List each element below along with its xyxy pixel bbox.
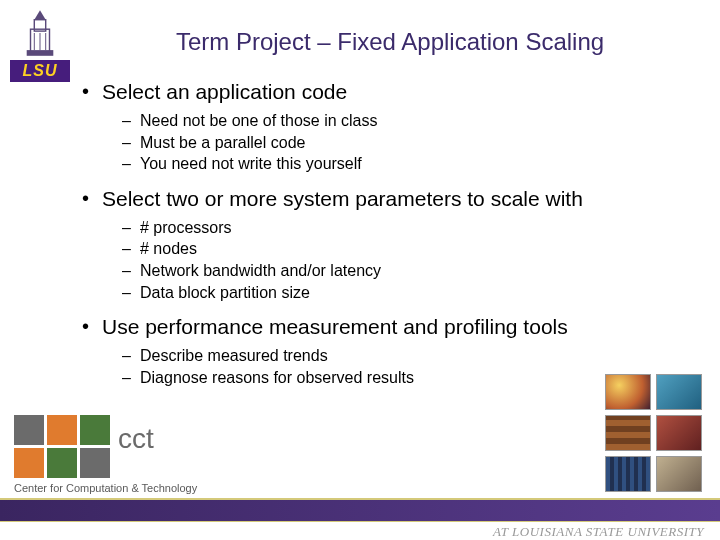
- thumbnail: [656, 456, 702, 492]
- thumbnail: [605, 456, 651, 492]
- bullet-1: Select an application code: [80, 80, 690, 104]
- cct-squares-icon: [14, 415, 110, 478]
- content-area: Select an application code Need not be o…: [80, 80, 690, 400]
- bullet-3: Use performance measurement and profilin…: [80, 315, 690, 339]
- thumbnail: [605, 415, 651, 451]
- bullet-2: Select two or more system parameters to …: [80, 187, 690, 211]
- bullet-1-sub: Need not be one of those in class Must b…: [122, 110, 690, 175]
- bullet-2-sub: # processors # nodes Network bandwidth a…: [122, 217, 690, 303]
- lsu-logo: LSU: [10, 8, 70, 82]
- cct-abbr: cct: [118, 415, 154, 455]
- svg-marker-3: [34, 10, 45, 20]
- sub-item: Data block partition size: [122, 282, 690, 304]
- cct-logo: cct Center for Computation & Technology: [14, 415, 234, 494]
- thumbnail: [656, 415, 702, 451]
- slide-title: Term Project – Fixed Application Scaling: [80, 28, 700, 56]
- thumbnail: [605, 374, 651, 410]
- cct-name: Center for Computation & Technology: [14, 478, 234, 494]
- sub-item: # nodes: [122, 238, 690, 260]
- sub-item: Describe measured trends: [122, 345, 690, 367]
- sub-item: Need not be one of those in class: [122, 110, 690, 132]
- thumbnail: [656, 374, 702, 410]
- sub-item: You need not write this yourself: [122, 153, 690, 175]
- footer-text: AT LOUISIANA STATE UNIVERSITY: [493, 524, 704, 540]
- slide: LSU Term Project – Fixed Application Sca…: [0, 0, 720, 540]
- footer-bar: [0, 498, 720, 522]
- sub-item: Network bandwidth and/or latency: [122, 260, 690, 282]
- thumbnail-grid: [605, 374, 702, 492]
- sub-item: # processors: [122, 217, 690, 239]
- tower-icon: [21, 8, 59, 58]
- sub-item: Must be a parallel code: [122, 132, 690, 154]
- lsu-wordmark: LSU: [10, 60, 70, 82]
